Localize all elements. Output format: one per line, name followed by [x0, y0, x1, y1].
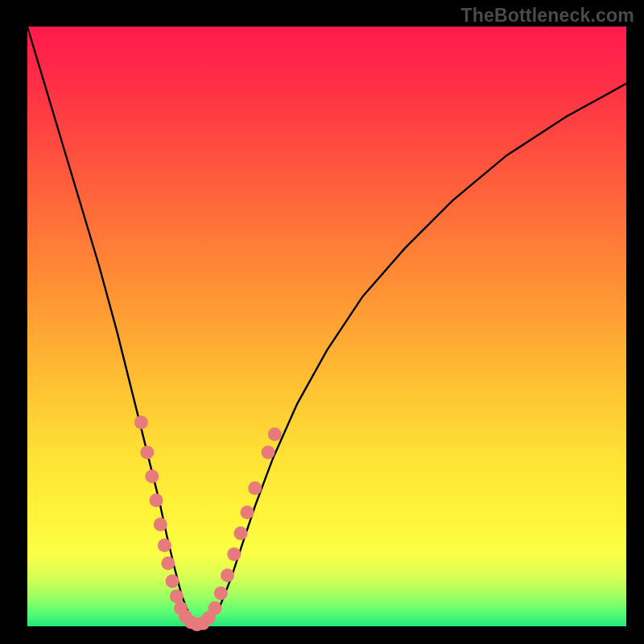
- chart-svg: [0, 0, 644, 644]
- scatter-dots-group: [134, 415, 282, 631]
- scatter-dot: [221, 568, 234, 582]
- scatter-dot: [154, 518, 167, 531]
- scatter-dot: [227, 547, 241, 561]
- scatter-dot: [166, 575, 180, 588]
- scatter-dot: [214, 587, 228, 601]
- scatter-dot: [161, 556, 175, 570]
- scatter-dot: [170, 589, 184, 603]
- chart-frame: TheBottleneck.com: [0, 0, 644, 644]
- scatter-dot: [241, 506, 254, 519]
- scatter-dot: [134, 415, 148, 429]
- scatter-dot: [150, 493, 163, 507]
- scatter-dot: [208, 601, 221, 615]
- scatter-dot: [233, 526, 247, 540]
- scatter-dot: [268, 427, 282, 441]
- scatter-dot: [140, 445, 154, 459]
- scatter-dot: [145, 469, 159, 483]
- scatter-dot: [262, 445, 275, 459]
- bottleneck-curve-path: [27, 27, 626, 625]
- scatter-dot: [158, 539, 171, 552]
- scatter-dot: [248, 481, 262, 495]
